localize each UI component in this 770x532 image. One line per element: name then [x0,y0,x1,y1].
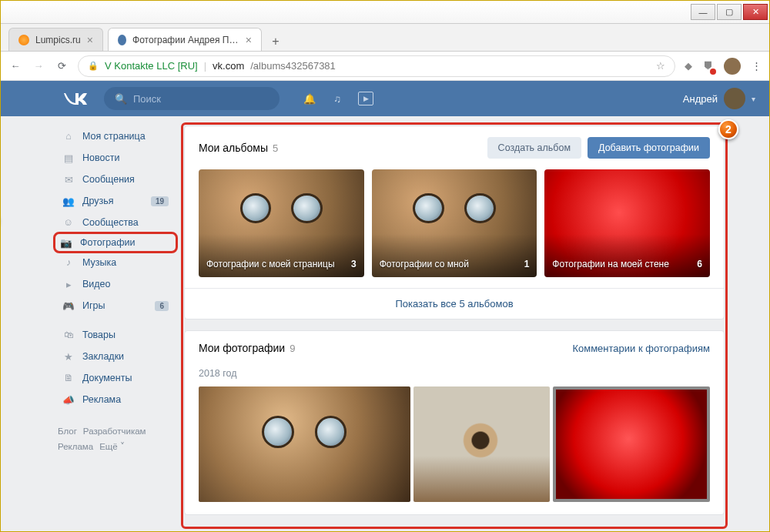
maximize-button[interactable]: ▢ [717,4,742,20]
friends-icon: 👥 [62,195,75,207]
megaphone-icon: 📣 [62,393,75,406]
create-album-button[interactable]: Создать альбом [487,137,581,159]
nav-market[interactable]: 🛍Товары [58,324,173,346]
nav-docs[interactable]: 🗎Документы [58,367,173,389]
footer-dev[interactable]: Разработчикам [83,427,146,436]
messages-icon: ✉ [62,173,75,186]
forward-icon[interactable]: → [32,59,45,73]
window-titlebar: — ▢ ✕ [1,1,769,24]
album-label: Фотографии со мной [380,259,524,269]
photos-count: 9 [290,343,295,354]
nav-ads[interactable]: 📣Реклама [58,389,173,410]
favicon-icon [18,35,29,45]
search-placeholder: Поиск [133,93,161,105]
camera-icon: 📷 [60,236,72,249]
browser-window: — ▢ ✕ Lumpics.ru × Фотографии Андрея Пет… [0,0,770,532]
add-photos-button[interactable]: Добавить фотографии [588,137,710,159]
star-icon[interactable]: ☆ [656,60,665,72]
profile-avatar-icon[interactable] [724,58,741,75]
photos-title: Мои фотографии [199,342,285,354]
album-item[interactable]: Фотографии с моей страницы3 [199,169,364,277]
music-note-icon: ♪ [62,256,75,269]
page-body: 1 ⌂Моя страница ▤Новости ✉Сообщения 👥Дру… [1,116,769,526]
nav-video[interactable]: ▸Видео [58,273,173,295]
bell-icon[interactable]: 🔔 [303,92,316,105]
comments-link[interactable]: Комментарии к фотографиям [572,343,710,354]
nav-photos[interactable]: 📷Фотографии [53,232,178,253]
back-icon[interactable]: ← [8,59,22,73]
photo-item[interactable] [413,386,550,502]
vk-header: 🔍 Поиск 🔔 ♫ ▶ Андрей ▾ [1,81,769,116]
user-name: Андрей [683,93,718,105]
annotation-marker-2: 2 [718,119,738,139]
extension-icons: ◆ ⛊ ⋮ [685,58,762,75]
secure-org: V Kontakte LLC [RU] [105,60,198,72]
photo-item[interactable] [553,386,710,502]
tab-close-icon[interactable]: × [87,34,93,46]
tab-lumpics[interactable]: Lumpics.ru × [8,28,103,51]
chevron-down-icon: ▾ [752,95,755,103]
nav-groups[interactable]: ☺Сообщества [58,212,173,233]
tab-close-icon[interactable]: × [246,34,252,46]
photos-row [185,386,724,502]
page-content: 🔍 Поиск 🔔 ♫ ▶ Андрей ▾ 1 ⌂Моя страница ▤… [1,81,769,531]
footer-more[interactable]: Ещё ˅ [99,442,125,451]
albums-row: Фотографии с моей страницы3 Фотографии с… [185,169,724,288]
main: 2 Мои альбомы 5 Создать альбом Добавить … [184,125,725,526]
doc-icon: 🗎 [62,372,75,384]
groups-icon: ☺ [62,216,75,229]
games-icon: 🎮 [62,299,75,312]
photo-item[interactable] [199,386,410,502]
nav-news[interactable]: ▤Новости [58,147,173,169]
nav-friends[interactable]: 👥Друзья19 [58,190,173,212]
badge: 19 [151,196,169,206]
nav-bookmarks[interactable]: ★Закладки [58,346,173,367]
url-input[interactable]: 🔒 V Kontakte LLC [RU] | vk.com/albums432… [78,55,675,77]
albums-header: Мои альбомы 5 Создать альбом Добавить фо… [185,126,724,169]
footer-blog[interactable]: Блог [58,427,77,436]
music-icon[interactable]: ♫ [330,92,344,105]
nav-messages[interactable]: ✉Сообщения [58,169,173,190]
new-tab-button[interactable]: + [266,32,285,51]
nav-games[interactable]: 🎮Игры6 [58,295,173,316]
user-menu[interactable]: Андрей ▾ [683,88,755,109]
tab-label: Lumpics.ru [35,35,81,45]
bag-icon: 🛍 [62,329,75,341]
url-path: /albums432567381 [250,60,336,72]
close-button[interactable]: ✕ [743,4,768,20]
album-count: 6 [697,259,702,269]
star-icon: ★ [62,350,75,363]
menu-icon[interactable]: ⋮ [752,60,762,72]
year-label: 2018 год [185,365,724,386]
extension-icon[interactable]: ◆ [685,60,692,72]
tab-label: Фотографии Андрея Петрова – [132,35,239,45]
home-icon: ⌂ [62,130,75,142]
search-input[interactable]: 🔍 Поиск [104,87,280,110]
reload-icon[interactable]: ⟳ [55,59,69,73]
play-icon[interactable]: ▶ [358,92,373,105]
dog-goggles-deco [413,193,495,223]
photos-card: Мои фотографии 9 Комментарии к фотографи… [184,330,725,515]
albums-title: Мои альбомы [199,142,268,154]
extension-icon[interactable]: ⛊ [703,60,713,72]
search-icon: 🔍 [115,93,127,105]
vk-logo-icon[interactable] [64,91,87,106]
album-label: Фотографии с моей страницы [206,259,351,269]
album-label: Фотографии на моей стене [552,259,697,269]
url-host: vk.com [213,60,244,72]
favicon-icon [118,35,126,45]
nav-music[interactable]: ♪Музыка [58,252,173,273]
minimize-button[interactable]: — [691,4,715,20]
album-item[interactable]: Фотографии со мной1 [372,169,537,277]
dog-goggles-deco [262,416,346,448]
tab-vk-photos[interactable]: Фотографии Андрея Петрова – × [108,28,262,51]
photos-header: Мои фотографии 9 Комментарии к фотографи… [185,331,724,365]
avatar [724,88,745,109]
dog-goggles-deco [240,193,323,223]
show-all-albums[interactable]: Показать все 5 альбомов [185,288,724,319]
album-item[interactable]: Фотографии на моей стене6 [544,169,710,277]
news-icon: ▤ [62,152,75,164]
footer-ads[interactable]: Реклама [58,442,93,451]
albums-count: 5 [273,142,278,154]
nav-profile[interactable]: ⌂Моя страница [58,125,173,147]
